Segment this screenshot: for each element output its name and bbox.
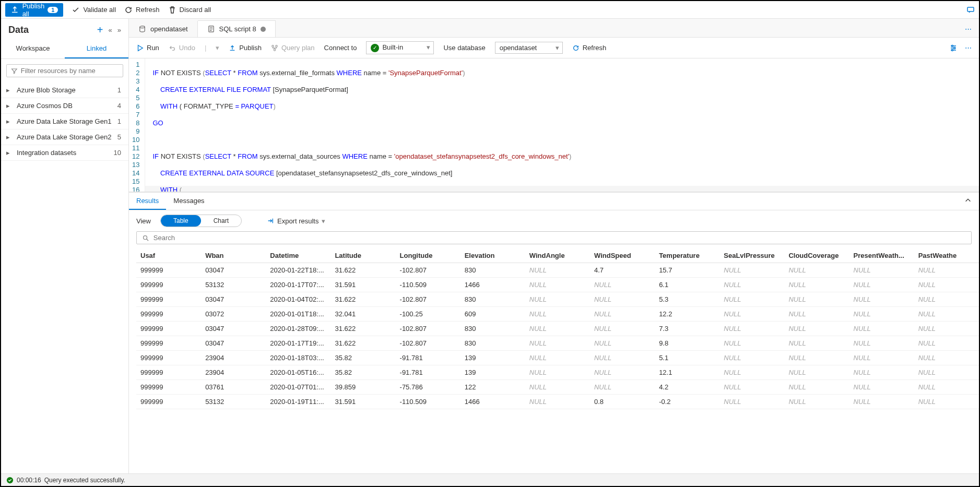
col-header[interactable]: SeaLvlPressure: [719, 248, 784, 263]
use-database-select[interactable]: opendataset: [495, 42, 563, 54]
sidebar-list: ▸Azure Blob Storage1 ▸Azure Cosmos DB4 ▸…: [1, 82, 128, 161]
undo-button[interactable]: Undo: [169, 44, 195, 52]
validate-all-button[interactable]: Validate all: [72, 6, 116, 14]
col-header[interactable]: Longitude: [396, 248, 461, 263]
cell: -91.781: [396, 351, 461, 365]
table-row[interactable]: 999999030472020-01-28T09:...31.622-102.8…: [136, 322, 979, 336]
table-row[interactable]: 999999030472020-01-17T19:...31.622-102.8…: [136, 336, 979, 351]
table-row[interactable]: 999999239042020-01-05T16:...35.82-91.781…: [136, 365, 979, 380]
cell: 999999: [136, 278, 201, 292]
col-header[interactable]: Datetime: [266, 248, 330, 263]
tab-results[interactable]: Results: [129, 193, 166, 210]
cell: NULL: [849, 395, 914, 409]
cell: NULL: [784, 351, 849, 365]
publish-icon: [229, 44, 236, 52]
publish-all-button[interactable]: Publish all 1: [5, 3, 63, 17]
refresh-button-2[interactable]: Refresh: [572, 44, 607, 52]
collapse-icon[interactable]: «: [109, 26, 112, 34]
cell: -100.25: [396, 307, 461, 322]
tab-label: SQL script 8: [219, 25, 256, 33]
cell: 999999: [136, 380, 201, 395]
table-row[interactable]: 999999531322020-01-17T07:...31.591-110.5…: [136, 278, 979, 292]
cell: -102.807: [396, 263, 461, 278]
cell: 609: [461, 307, 525, 322]
tab-opendataset[interactable]: opendataset: [129, 21, 198, 37]
check-icon: [72, 6, 80, 14]
table-row[interactable]: 999999030722020-01-01T18:...32.041-100.2…: [136, 307, 979, 322]
tab-linked[interactable]: Linked: [65, 39, 128, 58]
col-header[interactable]: PastWeathe: [914, 248, 979, 263]
cell: 999999: [136, 336, 201, 351]
settings-icon[interactable]: [949, 44, 958, 52]
col-header[interactable]: CloudCoverage: [784, 248, 849, 263]
refresh-button[interactable]: Refresh: [124, 6, 160, 14]
cell: 2020-01-19T11:...: [266, 395, 330, 409]
code-editor[interactable]: 12345678910111213141516 IF NOT EXISTS (S…: [129, 58, 979, 192]
table-row[interactable]: 999999030472020-01-22T18:...31.622-102.8…: [136, 263, 979, 278]
publish-badge: 1: [48, 7, 58, 13]
sidebar-item-label: Azure Blob Storage: [17, 86, 113, 94]
tab-messages[interactable]: Messages: [166, 193, 211, 210]
cell: 2020-01-17T19:...: [266, 336, 330, 351]
col-header[interactable]: WindAngle: [525, 248, 590, 263]
cell: 31.622: [330, 292, 395, 307]
cell: NULL: [784, 292, 849, 307]
col-header[interactable]: Elevation: [461, 248, 525, 263]
col-header[interactable]: Temperature: [655, 248, 719, 263]
play-icon: [136, 44, 144, 52]
col-header[interactable]: Latitude: [330, 248, 395, 263]
table-row[interactable]: 999999037612020-01-07T01:...39.859-75.78…: [136, 380, 979, 395]
cell: 2020-01-01T18:...: [266, 307, 330, 322]
sidebar-item-adls1[interactable]: ▸Azure Data Lake Storage Gen11: [1, 114, 128, 129]
queryplan-button[interactable]: Query plan: [271, 44, 315, 52]
table-row[interactable]: 999999030472020-01-04T02:...31.622-102.8…: [136, 292, 979, 307]
unsaved-dot-icon: [261, 27, 266, 32]
view-toggle[interactable]: Table Chart: [160, 215, 242, 227]
table-row[interactable]: 999999531322020-01-19T11:...31.591-110.5…: [136, 395, 979, 409]
cell: 999999: [136, 365, 201, 380]
cell: 4.7: [590, 263, 655, 278]
connect-to-select[interactable]: ✓Built-in: [366, 41, 434, 54]
col-header[interactable]: Wban: [201, 248, 266, 263]
toolbar-overflow[interactable]: ⋯: [965, 44, 972, 52]
results-grid[interactable]: UsafWbanDatetimeLatitudeLongitudeElevati…: [136, 248, 979, 473]
run-button[interactable]: Run: [136, 44, 159, 52]
tab-sqlscript8[interactable]: SQL script 8: [198, 20, 276, 37]
results-search[interactable]: [136, 231, 972, 244]
table-row[interactable]: 999999239042020-01-18T03:...35.82-91.781…: [136, 351, 979, 365]
code-content: IF NOT EXISTS (SELECT * FROM sys.externa…: [145, 58, 979, 192]
tab-overflow-button[interactable]: ⋯: [958, 21, 979, 37]
sidebar-item-blob[interactable]: ▸Azure Blob Storage1: [1, 82, 128, 98]
col-header[interactable]: PresentWeath...: [849, 248, 914, 263]
feedback-button[interactable]: [966, 6, 975, 14]
cell: NULL: [719, 307, 784, 322]
tab-workspace[interactable]: Workspace: [1, 39, 65, 58]
refresh-label: Refresh: [136, 6, 160, 14]
sidebar-item-adls2[interactable]: ▸Azure Data Lake Storage Gen25: [1, 129, 128, 145]
status-message: Query executed successfully.: [44, 477, 125, 484]
results-search-input[interactable]: [154, 234, 966, 242]
expand-icon[interactable]: »: [117, 26, 121, 34]
validate-label: Validate all: [83, 6, 116, 14]
sidebar-item-cosmos[interactable]: ▸Azure Cosmos DB4: [1, 98, 128, 114]
discard-all-button[interactable]: Discard all: [168, 6, 211, 14]
export-button[interactable]: Export results ▾: [267, 217, 325, 225]
cell: NULL: [590, 292, 655, 307]
collapse-results-button[interactable]: [957, 193, 979, 210]
filter-input[interactable]: [21, 67, 119, 75]
add-button[interactable]: +: [97, 24, 103, 36]
undo-dropdown[interactable]: ▾: [216, 44, 219, 52]
publish-button[interactable]: Publish: [229, 44, 262, 52]
publish-label: Publish all: [22, 2, 45, 18]
col-header[interactable]: Usaf: [136, 248, 201, 263]
view-table[interactable]: Table: [161, 215, 201, 227]
filter-input-wrap[interactable]: [6, 64, 123, 77]
sidebar-item-integration[interactable]: ▸Integration datasets10: [1, 145, 128, 161]
cell: NULL: [525, 351, 590, 365]
view-chart[interactable]: Chart: [201, 215, 241, 227]
cell: 2020-01-28T09:...: [266, 322, 330, 336]
col-header[interactable]: WindSpeed: [590, 248, 655, 263]
export-label: Export results: [277, 217, 318, 225]
cell: NULL: [719, 351, 784, 365]
cell: NULL: [719, 365, 784, 380]
